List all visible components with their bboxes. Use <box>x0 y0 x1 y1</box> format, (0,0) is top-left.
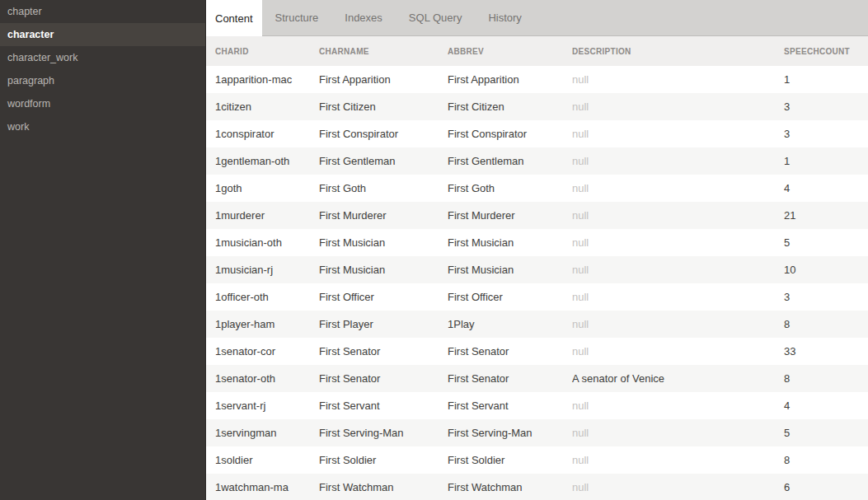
cell-charid[interactable]: 1senator-cor <box>206 345 310 357</box>
cell-abbrev[interactable]: First Conspirator <box>439 128 563 140</box>
cell-speechcount[interactable]: 8 <box>775 318 868 330</box>
cell-speechcount[interactable]: 6 <box>775 481 868 493</box>
cell-charname[interactable]: First Musician <box>310 236 439 249</box>
table-row[interactable]: 1servingmanFirst Serving-ManFirst Servin… <box>206 419 868 446</box>
cell-description[interactable]: null <box>563 236 775 249</box>
cell-description[interactable]: null <box>563 345 775 357</box>
cell-charid[interactable]: 1player-ham <box>206 318 310 330</box>
cell-charid[interactable]: 1musician-rj <box>206 264 310 276</box>
cell-speechcount[interactable]: 5 <box>775 427 868 439</box>
cell-charname[interactable]: First Soldier <box>310 454 439 466</box>
cell-description[interactable]: null <box>563 100 775 113</box>
table-row[interactable]: 1conspiratorFirst ConspiratorFirst Consp… <box>206 120 868 147</box>
table-row[interactable]: 1citizenFirst CitizenFirst Citizennull3 <box>206 93 868 120</box>
cell-description[interactable]: null <box>563 454 775 466</box>
cell-charname[interactable]: First Conspirator <box>310 128 439 140</box>
cell-description[interactable]: null <box>563 481 775 493</box>
cell-charid[interactable]: 1goth <box>206 182 310 194</box>
cell-charname[interactable]: First Senator <box>310 372 439 385</box>
cell-abbrev[interactable]: First Serving-Man <box>439 427 563 439</box>
column-header-charid[interactable]: CHARID <box>206 47 310 56</box>
cell-charid[interactable]: 1citizen <box>206 100 310 113</box>
table-row[interactable]: 1musician-rjFirst MusicianFirst Musician… <box>206 256 868 283</box>
cell-charname[interactable]: First Watchman <box>310 481 439 493</box>
tab-structure[interactable]: Structure <box>262 0 332 35</box>
tab-indexes[interactable]: Indexes <box>331 0 396 35</box>
cell-charname[interactable]: First Apparition <box>310 73 439 86</box>
cell-charid[interactable]: 1watchman-ma <box>206 481 310 493</box>
cell-speechcount[interactable]: 4 <box>775 182 868 194</box>
cell-description[interactable]: null <box>563 155 775 167</box>
cell-charname[interactable]: First Officer <box>310 291 439 303</box>
cell-abbrev[interactable]: First Citizen <box>439 100 563 113</box>
cell-charid[interactable]: 1apparition-mac <box>206 73 310 86</box>
cell-abbrev[interactable]: First Senator <box>439 372 563 385</box>
cell-charid[interactable]: 1conspirator <box>206 128 310 140</box>
tab-content[interactable]: Content <box>206 0 262 36</box>
cell-abbrev[interactable]: First Apparition <box>439 73 563 86</box>
cell-description[interactable]: null <box>563 264 775 276</box>
cell-abbrev[interactable]: First Musician <box>439 264 563 276</box>
table-row[interactable]: 1murdererFirst MurdererFirst Murderernul… <box>206 202 868 229</box>
column-header-description[interactable]: DESCRIPTION <box>563 47 775 56</box>
table-row[interactable]: 1soldierFirst SoldierFirst Soldiernull8 <box>206 446 868 474</box>
cell-charid[interactable]: 1musician-oth <box>206 236 310 249</box>
cell-abbrev[interactable]: First Murderer <box>439 209 563 222</box>
cell-charid[interactable]: 1senator-oth <box>206 372 310 385</box>
cell-speechcount[interactable]: 8 <box>775 454 868 466</box>
sidebar-item-paragraph[interactable]: paragraph <box>0 69 205 92</box>
cell-speechcount[interactable]: 10 <box>775 264 868 276</box>
table-row[interactable]: 1musician-othFirst MusicianFirst Musicia… <box>206 229 868 256</box>
table-row[interactable]: 1officer-othFirst OfficerFirst Officernu… <box>206 283 868 311</box>
table-row[interactable]: 1gothFirst GothFirst Gothnull4 <box>206 175 868 202</box>
cell-speechcount[interactable]: 8 <box>775 372 868 385</box>
cell-abbrev[interactable]: First Musician <box>439 236 563 249</box>
cell-speechcount[interactable]: 3 <box>775 128 868 140</box>
cell-abbrev[interactable]: First Officer <box>439 291 563 303</box>
cell-speechcount[interactable]: 3 <box>775 100 868 113</box>
cell-charname[interactable]: First Goth <box>310 182 439 194</box>
cell-charname[interactable]: First Senator <box>310 345 439 357</box>
sidebar-item-character-work[interactable]: character_work <box>0 46 205 69</box>
table-row[interactable]: 1apparition-macFirst ApparitionFirst App… <box>206 66 868 93</box>
cell-charid[interactable]: 1officer-oth <box>206 291 310 303</box>
cell-charname[interactable]: First Servant <box>310 400 439 412</box>
cell-abbrev[interactable]: First Senator <box>439 345 563 357</box>
cell-description[interactable]: null <box>563 182 775 194</box>
cell-abbrev[interactable]: 1Play <box>439 318 563 330</box>
tab-sql-query[interactable]: SQL Query <box>396 0 476 35</box>
cell-description[interactable]: null <box>563 291 775 303</box>
cell-abbrev[interactable]: First Servant <box>439 400 563 412</box>
cell-speechcount[interactable]: 4 <box>775 400 868 412</box>
column-header-charname[interactable]: CHARNAME <box>310 47 439 56</box>
cell-charname[interactable]: First Musician <box>310 264 439 276</box>
cell-abbrev[interactable]: First Gentleman <box>439 155 563 167</box>
table-row[interactable]: 1watchman-maFirst WatchmanFirst Watchman… <box>206 474 868 500</box>
cell-abbrev[interactable]: First Watchman <box>439 481 563 493</box>
sidebar-item-wordform[interactable]: wordform <box>0 92 205 115</box>
cell-description[interactable]: null <box>563 73 775 86</box>
cell-charid[interactable]: 1servant-rj <box>206 400 310 412</box>
sidebar-item-character[interactable]: character <box>0 23 205 46</box>
cell-charname[interactable]: First Player <box>310 318 439 330</box>
cell-speechcount[interactable]: 1 <box>775 155 868 167</box>
cell-description[interactable]: null <box>563 128 775 140</box>
cell-abbrev[interactable]: First Goth <box>439 182 563 194</box>
sidebar-item-chapter[interactable]: chapter <box>0 0 205 23</box>
cell-charid[interactable]: 1servingman <box>206 427 310 439</box>
table-row[interactable]: 1gentleman-othFirst GentlemanFirst Gentl… <box>206 147 868 175</box>
cell-charid[interactable]: 1soldier <box>206 454 310 466</box>
cell-description[interactable]: null <box>563 427 775 439</box>
column-header-abbrev[interactable]: ABBREV <box>439 47 563 56</box>
column-header-speechcount[interactable]: SPEECHCOUNT <box>775 47 868 56</box>
cell-speechcount[interactable]: 1 <box>775 73 868 86</box>
cell-charname[interactable]: First Murderer <box>310 209 439 222</box>
tab-history[interactable]: History <box>475 0 534 35</box>
cell-abbrev[interactable]: First Soldier <box>439 454 563 466</box>
cell-charname[interactable]: First Citizen <box>310 100 439 113</box>
sidebar-item-work[interactable]: work <box>0 115 205 138</box>
cell-description[interactable]: null <box>563 209 775 222</box>
cell-speechcount[interactable]: 3 <box>775 291 868 303</box>
cell-speechcount[interactable]: 5 <box>775 236 868 249</box>
table-row[interactable]: 1servant-rjFirst ServantFirst Servantnul… <box>206 392 868 419</box>
